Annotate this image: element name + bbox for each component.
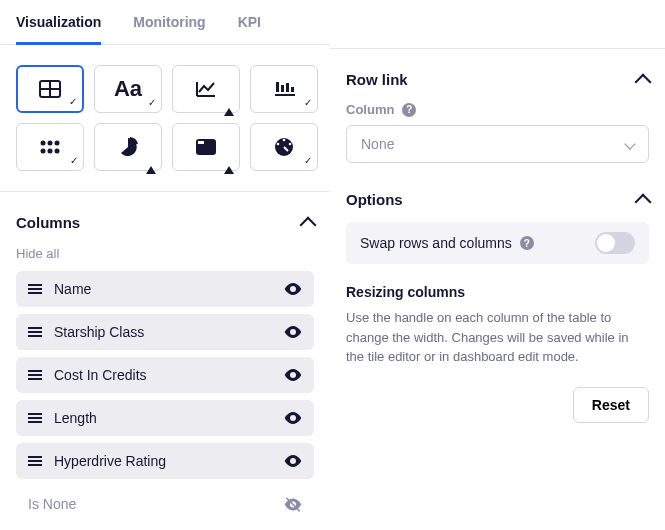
column-label: Name xyxy=(54,281,272,297)
svg-point-13 xyxy=(55,149,60,154)
column-label: Starship Class xyxy=(54,324,272,340)
tab-monitoring[interactable]: Monitoring xyxy=(133,0,205,44)
tab-visualization[interactable]: Visualization xyxy=(16,0,101,45)
divider xyxy=(0,191,330,192)
help-icon[interactable]: ? xyxy=(520,236,534,250)
viz-grid-dots[interactable]: ✓ xyxy=(16,123,84,171)
options-header[interactable]: Options xyxy=(346,191,649,222)
check-icon: ✓ xyxy=(70,155,78,166)
drag-handle-icon[interactable] xyxy=(28,456,42,466)
column-item[interactable]: Starship Class xyxy=(16,314,314,350)
svg-rect-7 xyxy=(275,94,295,96)
line-chart-icon xyxy=(195,80,217,98)
column-item-hidden[interactable]: Is None xyxy=(16,486,314,522)
text-icon: Aa xyxy=(114,76,142,102)
viz-card[interactable] xyxy=(172,123,240,171)
column-label: Length xyxy=(54,410,272,426)
svg-point-10 xyxy=(55,141,60,146)
eye-visible-icon[interactable] xyxy=(284,369,302,381)
grid-dots-icon xyxy=(40,140,60,154)
viz-text[interactable]: Aa ✓ xyxy=(94,65,162,113)
eye-hidden-icon[interactable] xyxy=(284,497,302,512)
swap-toggle[interactable] xyxy=(595,232,635,254)
gauge-icon xyxy=(273,136,295,158)
svg-rect-16 xyxy=(198,141,204,144)
reset-button[interactable]: Reset xyxy=(573,387,649,423)
viz-bar-chart[interactable]: ✓ xyxy=(250,65,318,113)
column-item[interactable]: Hyperdrive Rating xyxy=(16,443,314,479)
svg-point-9 xyxy=(48,141,53,146)
warning-icon xyxy=(146,155,156,166)
column-select-value: None xyxy=(361,136,394,152)
chevron-up-icon xyxy=(635,73,652,90)
svg-point-19 xyxy=(277,143,280,146)
drag-handle-icon[interactable] xyxy=(28,413,42,423)
help-icon[interactable]: ? xyxy=(402,103,416,117)
drag-handle-icon[interactable] xyxy=(28,284,42,294)
table-icon xyxy=(39,80,61,98)
warning-icon xyxy=(224,97,234,108)
row-link-title: Row link xyxy=(346,71,408,88)
drag-handle-icon[interactable] xyxy=(28,327,42,337)
svg-point-11 xyxy=(41,149,46,154)
check-icon: ✓ xyxy=(148,97,156,108)
column-label: Cost In Credits xyxy=(54,367,272,383)
swap-option-row: Swap rows and columns ? xyxy=(346,222,649,264)
columns-title: Columns xyxy=(16,214,80,231)
column-label: Hyperdrive Rating xyxy=(54,453,272,469)
column-item[interactable]: Cost In Credits xyxy=(16,357,314,393)
svg-point-8 xyxy=(41,141,46,146)
viz-line-chart[interactable] xyxy=(172,65,240,113)
svg-point-18 xyxy=(283,139,286,142)
column-field-label: Column ? xyxy=(346,102,649,117)
column-item[interactable]: Length xyxy=(16,400,314,436)
svg-rect-3 xyxy=(276,82,279,92)
visualization-type-grid: ✓ Aa ✓ ✓ ✓ xyxy=(16,65,314,171)
warning-icon xyxy=(224,155,234,166)
svg-point-12 xyxy=(48,149,53,154)
chevron-down-icon xyxy=(624,138,635,149)
chevron-up-icon xyxy=(300,216,317,233)
eye-visible-icon[interactable] xyxy=(284,412,302,424)
resizing-description: Use the handle on each column of the tab… xyxy=(346,308,649,367)
options-title: Options xyxy=(346,191,403,208)
column-select[interactable]: None xyxy=(346,125,649,163)
columns-section-header[interactable]: Columns xyxy=(16,208,314,245)
hide-all-link[interactable]: Hide all xyxy=(16,246,59,261)
svg-rect-5 xyxy=(286,83,289,92)
tabs-bar: Visualization Monitoring KPI xyxy=(0,0,330,45)
check-icon: ✓ xyxy=(69,96,77,107)
card-icon xyxy=(195,138,217,156)
columns-list: Name Starship Class Cost In Credits Leng… xyxy=(16,271,314,530)
svg-rect-4 xyxy=(281,85,284,92)
check-icon: ✓ xyxy=(304,155,312,166)
svg-point-20 xyxy=(289,143,292,146)
column-item[interactable]: Name xyxy=(16,271,314,307)
check-icon: ✓ xyxy=(304,97,312,108)
eye-visible-icon[interactable] xyxy=(284,326,302,338)
viz-table[interactable]: ✓ xyxy=(16,65,84,113)
resizing-title: Resizing columns xyxy=(346,284,649,300)
drag-handle-icon[interactable] xyxy=(28,370,42,380)
eye-visible-icon[interactable] xyxy=(284,455,302,467)
svg-rect-6 xyxy=(291,87,294,92)
column-label: Is None xyxy=(28,496,272,512)
viz-pie-chart[interactable] xyxy=(94,123,162,171)
chevron-up-icon xyxy=(635,193,652,210)
tab-kpi[interactable]: KPI xyxy=(238,0,261,44)
eye-visible-icon[interactable] xyxy=(284,283,302,295)
row-link-header[interactable]: Row link xyxy=(346,71,649,102)
pie-chart-icon xyxy=(117,136,139,158)
viz-gauge[interactable]: ✓ xyxy=(250,123,318,171)
bar-chart-icon xyxy=(273,80,295,98)
swap-label: Swap rows and columns xyxy=(360,235,512,251)
